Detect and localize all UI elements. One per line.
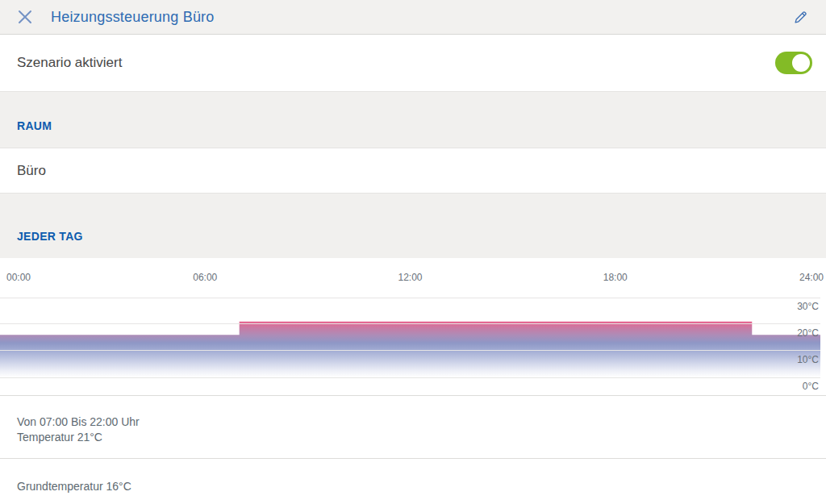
time-axis: 00:0006:0012:0018:0024:00 (0, 272, 820, 283)
section-header-schedule: JEDER TAG (0, 193, 826, 258)
period-label: Von 07:00 Bis 22:00 Uhr (17, 414, 809, 430)
gridline (0, 298, 820, 298)
header-bar: Heizungssteuerung Büro (0, 0, 826, 35)
gridline (0, 350, 820, 351)
x-tick: 24:00 (799, 272, 824, 283)
scenario-toggle[interactable] (775, 52, 812, 74)
base-temperature-label: Grundtemperatur 16°C (17, 479, 809, 494)
room-item[interactable]: Büro (0, 148, 826, 193)
gridline (0, 323, 820, 324)
pencil-icon (793, 10, 808, 25)
x-tick: 00:00 (6, 272, 31, 283)
scenario-label: Szenario aktiviert (17, 55, 122, 71)
daily-schedule-chart[interactable]: 00:0006:0012:0018:0024:00 30°C20°C10°C0°… (0, 258, 826, 396)
y-tick: 30°C (797, 301, 819, 312)
y-tick: 20°C (797, 327, 819, 339)
edit-button[interactable] (791, 8, 809, 26)
heating-control-panel: Heizungssteuerung Büro Szenario aktivier… (0, 0, 826, 504)
room-name: Büro (17, 163, 46, 179)
close-icon (18, 10, 32, 24)
scenario-row: Szenario aktiviert (0, 35, 826, 91)
section-label: JEDER TAG (17, 230, 83, 243)
gridline (0, 377, 820, 378)
x-tick: 06:00 (193, 272, 217, 283)
section-header-raum: RAUM (0, 91, 826, 148)
temperature-label: Temperatur 21°C (17, 430, 809, 445)
close-button[interactable] (17, 9, 33, 25)
base-temperature-item[interactable]: Grundtemperatur 16°C (0, 459, 826, 504)
temperature-profile (0, 298, 820, 377)
schedule-period-item[interactable]: Von 07:00 Bis 22:00 Uhr Temperatur 21°C (0, 396, 826, 459)
x-tick: 12:00 (398, 272, 422, 283)
y-tick: 0°C (803, 381, 819, 392)
y-tick: 10°C (797, 354, 819, 365)
x-tick: 18:00 (603, 272, 628, 283)
toggle-knob (791, 52, 811, 73)
page-title: Heizungssteuerung Büro (51, 9, 215, 26)
plot-area: 30°C20°C10°C0°C (0, 298, 820, 377)
section-label: RAUM (17, 119, 52, 132)
